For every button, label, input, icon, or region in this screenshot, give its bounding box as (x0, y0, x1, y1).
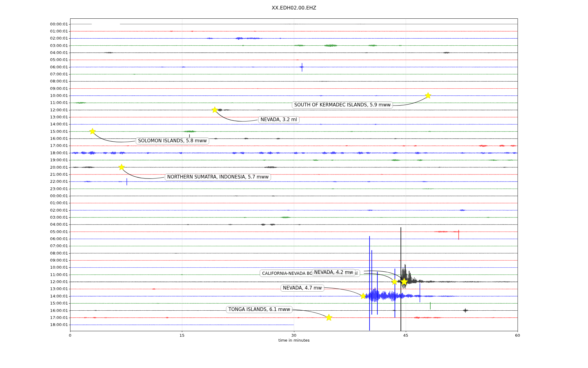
y-tick-label: 09:00:01 (43, 86, 68, 91)
y-tick-label: 23:00:01 (43, 186, 68, 191)
y-tick-label: 10:00:01 (43, 265, 68, 270)
y-tick-label: 11:00:01 (43, 100, 68, 105)
y-tick-label: 05:00:01 (43, 229, 68, 234)
y-tick-label: 18:00:01 (43, 322, 68, 327)
x-tick-label: 60 (511, 333, 524, 338)
y-tick-label: 03:00:01 (43, 215, 68, 220)
y-tick-label: 01:00:01 (43, 201, 68, 205)
x-tick-label: 15 (175, 333, 189, 338)
x-tick-label: 45 (399, 333, 413, 338)
y-tick-label: 07:00:01 (43, 72, 68, 76)
annotation-solomon: SOLOMON ISLANDS, 5.8 mww (136, 137, 209, 144)
y-tick-label: 01:00:01 (43, 29, 68, 33)
y-tick-label: 07:00:01 (43, 243, 68, 248)
y-tick-label: 10:00:01 (43, 93, 68, 98)
y-tick-label: 02:00:01 (43, 208, 68, 213)
y-tick-label: 03:00:01 (43, 43, 68, 48)
seismogram-figure: XX.EDH02.00.EHZ time in minutes 00:00:01… (0, 0, 588, 368)
y-tick-label: 08:00:01 (43, 79, 68, 83)
y-tick-label: 12:00:01 (43, 108, 68, 112)
y-tick-label: 15:00:01 (43, 301, 68, 305)
y-tick-label: 19:00:01 (43, 158, 68, 162)
x-tick-label: 30 (287, 333, 301, 338)
annotation-nevada-4-2: NEVADA, 4.2 mw (312, 269, 356, 276)
x-tick-label: 0 (63, 333, 77, 338)
y-tick-label: 02:00:01 (43, 36, 68, 40)
seismogram-canvas (0, 0, 588, 368)
y-tick-label: 12:00:01 (43, 279, 68, 284)
y-tick-label: 06:00:01 (43, 236, 68, 241)
chart-title: XX.EDH02.00.EHZ (0, 5, 588, 11)
y-tick-label: 20:00:01 (43, 165, 68, 170)
y-tick-label: 13:00:01 (43, 115, 68, 119)
annotation-kermadec: SOUTH OF KERMADEC ISLANDS, 5.9 mww (292, 102, 393, 109)
annotation-nevada-4-7: NEVADA, 4.7 mw (281, 285, 324, 292)
annotation-nevada-3-2: NEVADA, 3.2 ml (258, 116, 300, 123)
y-tick-label: 14:00:01 (43, 122, 68, 126)
x-axis-label: time in minutes (263, 338, 325, 343)
y-tick-label: 17:00:01 (43, 315, 68, 320)
y-tick-label: 15:00:01 (43, 129, 68, 134)
y-tick-label: 00:00:01 (43, 22, 68, 26)
y-tick-label: 22:00:01 (43, 179, 68, 184)
y-tick-label: 08:00:01 (43, 251, 68, 255)
y-tick-label: 06:00:01 (43, 65, 68, 69)
annotation-sumatra: NORTHERN SUMATRA, INDONESIA, 5.7 mww (165, 174, 271, 181)
annotation-tonga: TONGA ISLANDS, 6.1 mww (226, 306, 292, 313)
y-tick-label: 04:00:01 (43, 222, 68, 227)
y-tick-label: 11:00:01 (43, 272, 68, 277)
y-tick-label: 04:00:01 (43, 50, 68, 55)
y-tick-label: 09:00:01 (43, 258, 68, 263)
y-tick-label: 14:00:01 (43, 294, 68, 298)
y-tick-label: 13:00:01 (43, 286, 68, 291)
y-tick-label: 16:00:01 (43, 136, 68, 141)
y-tick-label: 00:00:01 (43, 194, 68, 198)
y-tick-label: 16:00:01 (43, 308, 68, 313)
y-tick-label: 21:00:01 (43, 172, 68, 177)
y-tick-label: 17:00:01 (43, 143, 68, 148)
y-tick-label: 05:00:01 (43, 57, 68, 62)
y-tick-label: 18:00:01 (43, 151, 68, 155)
